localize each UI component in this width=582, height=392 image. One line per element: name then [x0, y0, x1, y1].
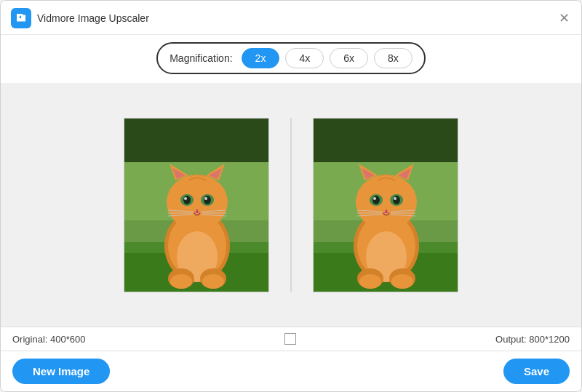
- app-window: Vidmore Image Upscaler ✕ Magnification: …: [0, 0, 582, 392]
- original-cat-image: [124, 119, 269, 292]
- app-title: Vidmore Image Upscaler: [37, 12, 149, 24]
- svg-point-8: [167, 175, 228, 230]
- output-image-frame: [313, 118, 458, 292]
- mag-button-4x[interactable]: 4x: [285, 48, 324, 68]
- svg-point-46: [372, 196, 380, 204]
- output-size-label: Output: 800*1200: [495, 334, 570, 345]
- svg-point-61: [391, 274, 413, 289]
- app-icon: [11, 8, 31, 28]
- info-bar: Original: 400*600 Output: 800*1200: [1, 327, 581, 351]
- mag-button-2x[interactable]: 2x: [242, 48, 280, 68]
- svg-rect-33: [314, 119, 458, 162]
- svg-point-18: [204, 197, 207, 200]
- close-button[interactable]: ✕: [557, 11, 571, 25]
- svg-point-29: [170, 274, 192, 289]
- magnification-label: Magnification:: [170, 52, 232, 64]
- magnification-bar: Magnification: 2x 4x 6x 8x: [1, 35, 581, 83]
- new-image-button[interactable]: New Image: [12, 359, 110, 384]
- footer: New Image Save: [1, 351, 581, 391]
- magnification-group: Magnification: 2x 4x 6x 8x: [156, 42, 426, 74]
- svg-point-60: [359, 274, 381, 289]
- original-size-label: Original: 400*600: [12, 334, 85, 345]
- mag-button-8x[interactable]: 8x: [374, 48, 412, 68]
- output-cat-image: [314, 119, 458, 292]
- title-bar: Vidmore Image Upscaler ✕: [1, 1, 581, 35]
- svg-point-17: [184, 197, 187, 200]
- title-left: Vidmore Image Upscaler: [11, 8, 149, 28]
- compare-checkbox[interactable]: [284, 333, 296, 345]
- svg-rect-2: [124, 119, 269, 162]
- svg-point-30: [202, 274, 224, 289]
- svg-point-16: [204, 196, 211, 204]
- divider-line: [291, 118, 292, 292]
- svg-point-15: [183, 196, 191, 204]
- svg-point-48: [373, 197, 376, 200]
- original-image-frame: [124, 118, 269, 292]
- main-content: [1, 83, 581, 327]
- vidmore-icon: [15, 12, 28, 25]
- svg-point-49: [394, 197, 396, 200]
- original-image-panel: [124, 118, 269, 292]
- save-button[interactable]: Save: [503, 359, 570, 384]
- mag-button-6x[interactable]: 6x: [330, 48, 368, 68]
- output-image-panel: [313, 118, 458, 292]
- svg-point-39: [356, 175, 417, 230]
- svg-point-47: [393, 196, 400, 204]
